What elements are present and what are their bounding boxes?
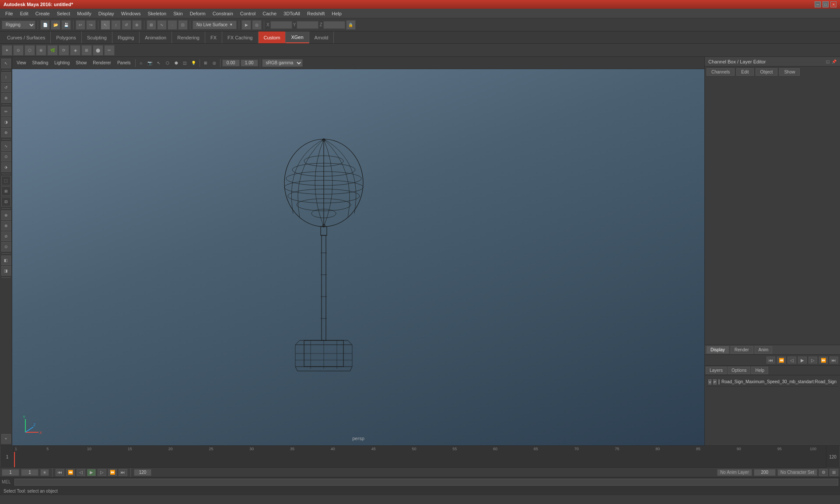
tab-arnold[interactable]: Arnold [309, 32, 334, 43]
layer-template-toggle[interactable]: P [713, 379, 716, 385]
shelf-btn-10[interactable]: ✂ [104, 45, 115, 56]
menu-deform[interactable]: Deform [186, 10, 209, 17]
layer-tool-1[interactable]: ⊕ [1, 210, 11, 220]
lock-xyz-button[interactable]: 🔒 [346, 20, 356, 30]
vp-snap-btn[interactable]: ◎ [210, 59, 218, 67]
current-frame-input[interactable]: 1 [21, 469, 38, 476]
tab-fx[interactable]: FX [205, 32, 222, 43]
scale-tool-button[interactable]: ⊕ [132, 20, 142, 30]
shelf-btn-4[interactable]: ⊕ [36, 45, 46, 56]
minimize-button[interactable]: ─ [815, 1, 821, 7]
layer-tool-2[interactable]: ⊗ [1, 221, 11, 231]
playback-next-frame[interactable]: ▷ [98, 469, 106, 476]
menu-constrain[interactable]: Constrain [209, 10, 237, 17]
vp-wireframe-btn[interactable]: ⬡ [164, 59, 172, 67]
shelf-btn-8[interactable]: ⊞ [81, 45, 92, 56]
channel-box-expand[interactable]: ◱ [826, 60, 830, 64]
tab-anim-cb[interactable]: Anim [755, 346, 773, 354]
ik-tool-left[interactable]: ⬗ [1, 162, 11, 172]
maximize-button[interactable]: □ [822, 1, 829, 7]
menu-skin[interactable]: Skin [170, 10, 186, 17]
vp-menu-lighting[interactable]: Lighting [52, 60, 72, 66]
tab-layers[interactable]: Layers [706, 367, 727, 374]
vp-grid-btn[interactable]: ⊞ [202, 59, 210, 67]
menu-help[interactable]: Help [328, 10, 345, 17]
cb-playback-start[interactable]: ⏮ [766, 357, 775, 364]
vp-light-btn[interactable]: 💡 [190, 59, 198, 67]
vp-camera-btn[interactable]: 📷 [146, 59, 154, 67]
menu-control[interactable]: Control [237, 10, 259, 17]
scale-tool-left[interactable]: ⊕ [1, 93, 11, 103]
shelf-btn-9[interactable]: ⬤ [93, 45, 103, 56]
out-range-input[interactable]: 200 [754, 469, 776, 476]
menu-edit[interactable]: Edit [17, 10, 32, 17]
playback-next-key[interactable]: ⏩ [108, 469, 117, 476]
layer-color-swatch[interactable] [718, 379, 720, 385]
no-live-surface-button[interactable]: No Live Surface ▼ [192, 21, 237, 29]
redo-button[interactable]: ↪ [86, 20, 96, 30]
tab-options-cb[interactable]: Options [728, 367, 750, 374]
menu-windows[interactable]: Windows [118, 10, 144, 17]
move-tool-button[interactable]: ↕ [111, 20, 121, 30]
tab-animation[interactable]: Animation [140, 32, 172, 43]
tab-rendering[interactable]: Rendering [172, 32, 205, 43]
viewport-tool-1[interactable]: ⬚ [1, 176, 11, 186]
cb-playback-play[interactable]: ▶ [798, 357, 807, 364]
sculpt-tool-left[interactable]: ◑ [1, 117, 11, 127]
vp-menu-renderer[interactable]: Renderer [90, 60, 114, 66]
snap-curve-button[interactable]: ∿ [157, 20, 167, 30]
tab-fx-caching[interactable]: FX Caching [222, 32, 258, 43]
tab-display[interactable]: Display [707, 346, 729, 354]
menu-file[interactable]: File [2, 10, 17, 17]
start-frame-input[interactable]: 1 [2, 469, 19, 476]
cb-playback-prev[interactable]: ⏪ [777, 357, 786, 364]
playback-to-end[interactable]: ⏭ [119, 469, 127, 476]
shelf-btn-7[interactable]: ◈ [70, 45, 80, 56]
rotate-tool-button[interactable]: ↺ [122, 20, 131, 30]
vp-home-btn[interactable]: ⌂ [137, 59, 145, 67]
viewport-tool-2[interactable]: ⊞ [1, 186, 11, 196]
menu-modify[interactable]: Modify [74, 10, 94, 17]
vp-menu-panels[interactable]: Panels [115, 60, 133, 66]
shelf-btn-3[interactable]: ⬡ [24, 45, 35, 56]
menu-skeleton[interactable]: Skeleton [144, 10, 170, 17]
new-file-button[interactable]: 📄 [40, 20, 50, 30]
undo-button[interactable]: ↩ [76, 20, 85, 30]
menu-3dtoall[interactable]: 3DToAll [280, 10, 304, 17]
tab-rigging[interactable]: Rigging [112, 32, 140, 43]
render-button[interactable]: ▶ [242, 20, 251, 30]
cb-playback-step-back[interactable]: ◁ [788, 357, 796, 364]
vp-select-btn[interactable]: ↖ [155, 59, 163, 67]
cb-playback-next[interactable]: ⏩ [819, 357, 828, 364]
tab-channels[interactable]: Channels [707, 68, 735, 76]
char-set-options[interactable]: ⚙ [819, 469, 828, 476]
playback-play-fwd[interactable]: ▶ [87, 469, 96, 476]
viewport-canvas[interactable]: X Y Z persp [12, 69, 704, 445]
snap-point-button[interactable]: · [168, 20, 177, 30]
menu-create[interactable]: Create [32, 10, 53, 17]
shelf-btn-6[interactable]: ⟳ [59, 45, 69, 56]
tab-polygons[interactable]: Polygons [51, 32, 81, 43]
cb-playback-end[interactable]: ⏭ [830, 357, 838, 364]
layer-tool-4[interactable]: ⊙ [1, 242, 11, 252]
tab-custom[interactable]: Custom [259, 32, 286, 43]
vp-menu-view[interactable]: View [14, 60, 29, 66]
rotate-tool-left[interactable]: ↺ [1, 83, 11, 92]
ipr-button[interactable]: ◎ [252, 20, 262, 30]
anim-options[interactable]: ⊞ [830, 469, 838, 476]
tab-edit[interactable]: Edit [736, 68, 753, 76]
misc-tool-2[interactable]: ◨ [1, 266, 11, 276]
y-field[interactable] [297, 21, 318, 29]
move-tool-left[interactable]: ↕ [1, 72, 11, 82]
shelf-btn-2[interactable]: ⊙ [13, 45, 24, 56]
shelf-btn-1[interactable]: ✦ [2, 45, 12, 56]
save-file-button[interactable]: 💾 [61, 20, 71, 30]
layer-tool-3[interactable]: ⊘ [1, 231, 11, 241]
tab-object[interactable]: Object [756, 68, 778, 76]
gamma-select[interactable]: sRGB gamma Linear Log [262, 59, 303, 67]
mel-input[interactable] [14, 479, 838, 486]
tab-curves-surfaces[interactable]: Curves / Surfaces [2, 32, 51, 43]
tab-xgen[interactable]: XGen [286, 32, 309, 43]
select-tool-left[interactable]: ↖ [1, 59, 11, 68]
tab-help-cb[interactable]: Help [751, 367, 768, 374]
